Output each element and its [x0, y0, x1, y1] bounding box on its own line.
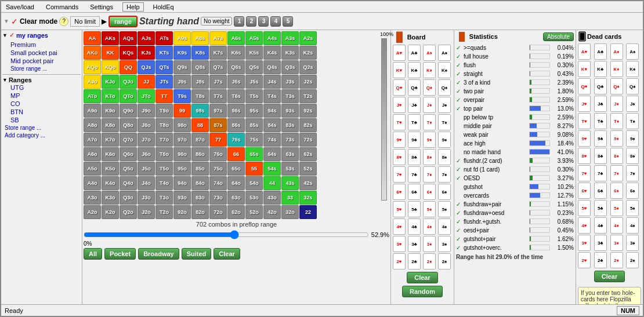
board-card[interactable]: 6♠: [438, 184, 451, 200]
matrix-cell[interactable]: 42s: [299, 176, 317, 190]
num-btn-2[interactable]: 2: [246, 16, 256, 27]
matrix-cell[interactable]: KQo: [102, 60, 119, 74]
board-card[interactable]: 6♣: [408, 184, 421, 200]
matrix-cell[interactable]: J9o: [138, 104, 155, 118]
matrix-cell[interactable]: AJs: [138, 31, 155, 45]
matrix-cell[interactable]: J4o: [138, 176, 155, 190]
matrix-cell[interactable]: T5o: [155, 162, 173, 176]
matrix-cell[interactable]: 96s: [227, 104, 245, 118]
matrix-cell[interactable]: 95s: [245, 104, 263, 118]
matrix-cell[interactable]: 43s: [281, 176, 299, 190]
matrix-cell[interactable]: AKo: [84, 46, 101, 60]
matrix-cell[interactable]: T9o: [155, 104, 173, 118]
dead-card[interactable]: 6♠: [626, 183, 639, 199]
matrix-cell[interactable]: T5s: [245, 89, 263, 103]
dead-card[interactable]: 8♣: [594, 148, 607, 164]
num-btn-1[interactable]: 1: [234, 16, 244, 27]
board-card[interactable]: K♥: [393, 62, 406, 78]
dead-card[interactable]: 9♥: [578, 130, 591, 147]
matrix-cell[interactable]: Q3s: [281, 60, 299, 74]
matrix-cell[interactable]: 75s: [245, 133, 263, 147]
matrix-cell[interactable]: A5o: [84, 162, 101, 176]
dead-card[interactable]: 7♦: [610, 165, 623, 181]
board-card[interactable]: 4♥: [393, 218, 406, 235]
dead-card[interactable]: 6♣: [594, 183, 607, 199]
dead-card[interactable]: 5♠: [626, 200, 639, 216]
num-btn-5[interactable]: 5: [283, 16, 293, 27]
board-card[interactable]: J♠: [438, 97, 451, 113]
no-weight-button[interactable]: No weight: [201, 17, 232, 25]
board-card[interactable]: 4♣: [408, 218, 421, 235]
menu-holdeq[interactable]: HoldEq: [151, 3, 176, 10]
board-card[interactable]: 2♦: [423, 253, 436, 269]
matrix-cell[interactable]: 52o: [245, 205, 263, 219]
matrix-cell[interactable]: 84o: [191, 176, 209, 190]
dead-card[interactable]: T♦: [610, 113, 623, 129]
board-card[interactable]: T♣: [408, 114, 421, 130]
matrix-cell[interactable]: A7o: [84, 133, 101, 147]
matrix-cell[interactable]: 99: [173, 104, 191, 118]
matrix-cell[interactable]: K3s: [281, 46, 299, 60]
matrix-cell[interactable]: Q6o: [120, 147, 137, 161]
dead-card[interactable]: 8♥: [578, 148, 591, 164]
matrix-cell[interactable]: T4s: [263, 89, 281, 103]
board-clear-button[interactable]: Clear: [407, 272, 438, 283]
matrix-cell[interactable]: 93o: [173, 191, 191, 205]
dead-card[interactable]: T♥: [578, 113, 591, 129]
dead-card[interactable]: 7♣: [594, 165, 607, 181]
board-card[interactable]: 7♠: [438, 166, 451, 183]
matrix-cell[interactable]: 55: [245, 162, 263, 176]
matrix-cell[interactable]: 72s: [299, 133, 317, 147]
range-utg[interactable]: UTG: [8, 83, 81, 92]
matrix-cell[interactable]: 76s: [227, 133, 245, 147]
dead-card[interactable]: 2♠: [626, 252, 639, 268]
matrix-cell[interactable]: 44: [263, 176, 281, 190]
matrix-cell[interactable]: JTo: [138, 89, 155, 103]
matrix-cell[interactable]: K3o: [102, 191, 119, 205]
board-card[interactable]: 9♠: [438, 132, 451, 148]
dead-card[interactable]: T♠: [626, 113, 639, 129]
board-card[interactable]: 2♣: [408, 253, 421, 269]
dead-card[interactable]: 4♠: [626, 217, 639, 234]
dead-card[interactable]: 2♣: [594, 252, 607, 268]
matrix-cell[interactable]: K9s: [173, 46, 191, 60]
matrix-cell[interactable]: A9o: [84, 104, 101, 118]
matrix-cell[interactable]: K8o: [102, 118, 119, 132]
dead-card[interactable]: J♦: [610, 96, 623, 112]
board-card[interactable]: 3♣: [408, 236, 421, 252]
menu-settings[interactable]: Settings: [88, 3, 115, 10]
board-card[interactable]: A♥: [393, 45, 406, 61]
board-card[interactable]: 7♦: [423, 166, 436, 183]
matrix-cell[interactable]: J2o: [138, 205, 155, 219]
matrix-cell[interactable]: 32o: [281, 205, 299, 219]
range-button[interactable]: range: [108, 16, 138, 27]
board-card[interactable]: K♠: [438, 62, 451, 78]
board-card[interactable]: 4♠: [438, 218, 451, 235]
matrix-cell[interactable]: 73s: [281, 133, 299, 147]
matrix-cell[interactable]: K5s: [245, 46, 263, 60]
matrix-cell[interactable]: 54s: [263, 162, 281, 176]
board-card[interactable]: 9♣: [408, 132, 421, 148]
range-sb[interactable]: SB: [8, 116, 81, 124]
matrix-cell[interactable]: 43o: [263, 191, 281, 205]
matrix-cell[interactable]: JJ: [138, 75, 155, 89]
matrix-cell[interactable]: 53s: [281, 162, 299, 176]
collapse-icon[interactable]: ▼: [3, 18, 9, 24]
dead-card[interactable]: Q♣: [594, 78, 607, 94]
matrix-cell[interactable]: 74o: [209, 176, 227, 190]
matrix-cell[interactable]: A7s: [209, 31, 227, 45]
board-card[interactable]: 3♥: [393, 236, 406, 252]
matrix-cell[interactable]: A3s: [281, 31, 299, 45]
matrix-cell[interactable]: A2s: [299, 31, 317, 45]
matrix-cell[interactable]: 88: [191, 118, 209, 132]
board-card[interactable]: T♠: [438, 114, 451, 130]
matrix-slider[interactable]: [84, 230, 369, 239]
matrix-cell[interactable]: AJo: [84, 75, 101, 89]
dead-card[interactable]: J♣: [594, 96, 607, 112]
matrix-cell[interactable]: ATo: [84, 89, 101, 103]
matrix-cell[interactable]: A4o: [84, 176, 101, 190]
board-card[interactable]: Q♦: [423, 79, 436, 96]
dead-card[interactable]: 6♦: [610, 183, 623, 199]
board-card[interactable]: K♦: [423, 62, 436, 78]
matrix-cell[interactable]: Q4s: [263, 60, 281, 74]
